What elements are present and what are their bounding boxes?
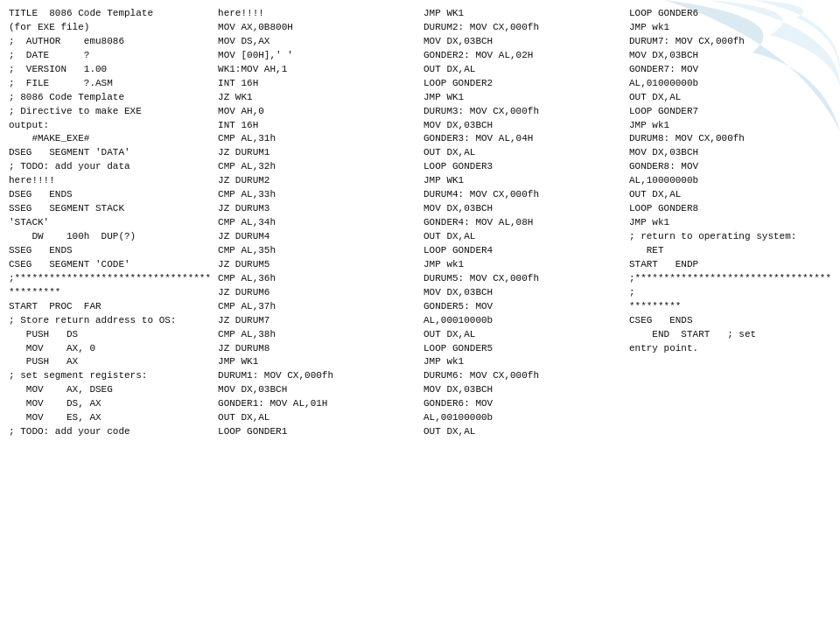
code-line: DURUM8: MOV CX,000fh bbox=[629, 132, 831, 146]
code-column-1: TITLE 8086 Code Template(for EXE file); … bbox=[9, 7, 218, 623]
code-line: MOV ES, AX bbox=[9, 411, 211, 425]
code-line: GONDER4: MOV AL,08H bbox=[424, 216, 622, 230]
code-line: CMP AL,36h bbox=[218, 272, 416, 286]
code-line: ; 8086 Code Template bbox=[9, 91, 211, 105]
code-line: output: bbox=[9, 119, 211, 133]
code-line: GONDER7: MOV bbox=[629, 63, 831, 77]
code-line: GONDER2: MOV AL,02H bbox=[424, 49, 622, 63]
code-line: DSEG ENDS bbox=[9, 188, 211, 202]
code-line: INT 16H bbox=[218, 77, 416, 91]
code-line: MOV DX,03BCH bbox=[218, 383, 416, 397]
code-line: here!!!! bbox=[218, 7, 416, 21]
code-line: ; bbox=[629, 286, 831, 300]
code-line: CMP AL,38h bbox=[218, 328, 416, 342]
code-line: ********* bbox=[629, 300, 831, 314]
code-line: JMP WK1 bbox=[424, 174, 622, 188]
code-line: CMP AL,37h bbox=[218, 300, 416, 314]
code-line: AL,01000000b bbox=[629, 77, 831, 91]
code-line: ; set segment registers: bbox=[9, 369, 211, 383]
code-line: CMP AL,31h bbox=[218, 132, 416, 146]
code-line: MOV AH,0 bbox=[218, 105, 416, 119]
code-line: DURUM5: MOV CX,000fh bbox=[424, 272, 622, 286]
code-line: ; TODO: add your data bbox=[9, 160, 211, 174]
code-line: #MAKE_EXE# bbox=[9, 132, 211, 146]
code-line: CSEG ENDS bbox=[629, 314, 831, 328]
code-line: MOV DS, AX bbox=[9, 397, 211, 411]
code-line: JZ DURUM4 bbox=[218, 230, 416, 244]
code-line: ; Directive to make EXE bbox=[9, 105, 211, 119]
code-line: DURUM4: MOV CX,000fh bbox=[424, 188, 622, 202]
code-line: PUSH AX bbox=[9, 355, 211, 369]
code-line: RET bbox=[629, 244, 831, 258]
code-line: WK1:MOV AH,1 bbox=[218, 63, 416, 77]
main-content: TITLE 8086 Code Template(for EXE file); … bbox=[0, 0, 840, 630]
code-line: CMP AL,33h bbox=[218, 188, 416, 202]
code-line: CMP AL,32h bbox=[218, 160, 416, 174]
code-line: MOV AX,0B800H bbox=[218, 21, 416, 35]
code-line: CMP AL,34h bbox=[218, 216, 416, 230]
code-line: MOV DX,03BCH bbox=[629, 146, 831, 160]
code-line: MOV AX, DSEG bbox=[9, 383, 211, 397]
code-line: MOV DX,03BCH bbox=[424, 383, 622, 397]
code-line: LOOP GONDER7 bbox=[629, 105, 831, 119]
code-line: INT 16H bbox=[218, 119, 416, 133]
code-line: ; return to operating system: bbox=[629, 230, 831, 244]
code-line: MOV DX,03BCH bbox=[424, 286, 622, 300]
code-column-2: here!!!!MOV AX,0B800HMOV DS,AXMOV [00H],… bbox=[218, 7, 424, 623]
code-line: LOOP GONDER4 bbox=[424, 244, 622, 258]
code-line: ; DATE ? bbox=[9, 49, 211, 63]
code-line: LOOP GONDER6 bbox=[629, 7, 831, 21]
code-line: GONDER1: MOV AL,01H bbox=[218, 397, 416, 411]
code-line: GONDER8: MOV bbox=[629, 160, 831, 174]
code-line: OUT DX,AL bbox=[424, 425, 622, 439]
code-line: JZ DURUM6 bbox=[218, 286, 416, 300]
code-line: MOV DX,03BCH bbox=[424, 202, 622, 216]
code-line: ; TODO: add your code bbox=[9, 425, 211, 439]
code-line: PUSH DS bbox=[9, 328, 211, 342]
code-line: JZ DURUM2 bbox=[218, 174, 416, 188]
code-line: GONDER3: MOV AL,04H bbox=[424, 132, 622, 146]
code-line: JZ DURUM3 bbox=[218, 202, 416, 216]
code-line: here!!!! bbox=[9, 174, 211, 188]
code-line: OUT DX,AL bbox=[218, 411, 416, 425]
code-line: DURUM6: MOV CX,000fh bbox=[424, 369, 622, 383]
code-line: SSEG SEGMENT STACK bbox=[9, 202, 211, 216]
code-line: DSEG SEGMENT 'DATA' bbox=[9, 146, 211, 160]
code-line: DW 100h DUP(?) bbox=[9, 230, 211, 244]
code-line: entry point. bbox=[629, 342, 831, 356]
code-line: JZ DURUM8 bbox=[218, 342, 416, 356]
code-line: START PROC FAR bbox=[9, 300, 211, 314]
code-line: JMP wk1 bbox=[424, 258, 622, 272]
code-line: JZ DURUM5 bbox=[218, 258, 416, 272]
code-line: OUT DX,AL bbox=[629, 188, 831, 202]
code-line: MOV DX,03BCH bbox=[629, 49, 831, 63]
code-line: ; Store return address to OS: bbox=[9, 314, 211, 328]
code-line: ;********************************** bbox=[9, 272, 211, 286]
code-line: JMP wk1 bbox=[629, 119, 831, 133]
code-line: JZ DURUM1 bbox=[218, 146, 416, 160]
code-line: JMP WK1 bbox=[218, 355, 416, 369]
code-line: MOV DX,03BCH bbox=[424, 35, 622, 49]
code-line: LOOP GONDER2 bbox=[424, 77, 622, 91]
code-line: OUT DX,AL bbox=[424, 63, 622, 77]
code-line: MOV DS,AX bbox=[218, 35, 416, 49]
code-line: JMP WK1 bbox=[424, 91, 622, 105]
code-line: ********* bbox=[9, 286, 211, 300]
code-line: DURUM3: MOV CX,000fh bbox=[424, 105, 622, 119]
code-line: MOV AX, 0 bbox=[9, 342, 211, 356]
code-line: CSEG SEGMENT 'CODE' bbox=[9, 258, 211, 272]
code-line: CMP AL,35h bbox=[218, 244, 416, 258]
code-line: JZ WK1 bbox=[218, 91, 416, 105]
code-line: ; AUTHOR emu8086 bbox=[9, 35, 211, 49]
code-line: JMP wk1 bbox=[629, 216, 831, 230]
code-line: GONDER6: MOV bbox=[424, 397, 622, 411]
code-line: JMP wk1 bbox=[629, 21, 831, 35]
code-line: (for EXE file) bbox=[9, 21, 211, 35]
code-line: ; VERSION 1.00 bbox=[9, 63, 211, 77]
code-line: OUT DX,AL bbox=[424, 146, 622, 160]
code-line: LOOP GONDER5 bbox=[424, 342, 622, 356]
code-line: END START ; set bbox=[629, 328, 831, 342]
code-line: ; FILE ?.ASM bbox=[9, 77, 211, 91]
code-line: SSEG ENDS bbox=[9, 244, 211, 258]
code-line: OUT DX,AL bbox=[629, 91, 831, 105]
